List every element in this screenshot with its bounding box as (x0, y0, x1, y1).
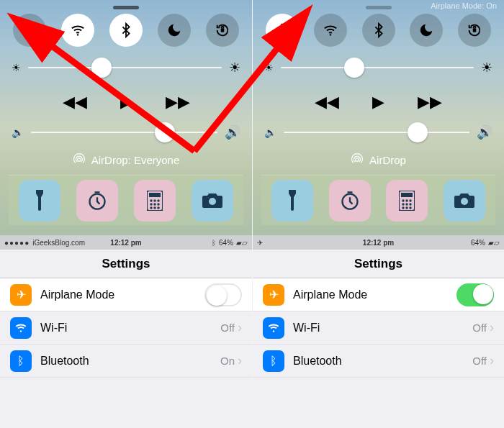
play-icon[interactable]: ▶ (372, 93, 384, 111)
airdrop-icon (73, 153, 86, 166)
svg-point-27 (406, 203, 408, 205)
airplane-status-icon: ✈ (257, 239, 263, 247)
airdrop-button[interactable]: AirDrop: Everyone (9, 153, 243, 166)
svg-point-26 (402, 203, 405, 205)
wifi-row[interactable]: Wi-Fi Off› (0, 311, 252, 345)
battery-label: 64% (219, 239, 233, 247)
airplane-toggle[interactable] (13, 14, 46, 47)
svg-rect-18 (473, 28, 477, 32)
svg-point-19 (356, 158, 359, 162)
airplane-switch[interactable] (456, 283, 494, 306)
settings-app: ●●●●● iGeeksBlog.com 12:12 pm ᛒ 64% ▰▱ S… (0, 235, 252, 428)
volume-high-icon: 🔊 (225, 124, 240, 140)
wifi-toggle[interactable] (314, 14, 347, 47)
airplane-mode-row[interactable]: ✈ Airplane Mode (0, 278, 252, 311)
wifi-toggle[interactable] (61, 14, 94, 47)
airdrop-label: AirDrop: Everyone (91, 154, 180, 166)
bluetooth-toggle[interactable] (109, 14, 143, 47)
camera-icon (202, 193, 223, 209)
media-controls: ◀◀ ▶ ▶▶ (9, 93, 243, 111)
dnd-toggle[interactable] (158, 14, 191, 47)
svg-point-25 (410, 199, 412, 201)
camera-tile[interactable] (192, 180, 233, 222)
calculator-tile[interactable] (386, 180, 428, 222)
timer-tile[interactable] (329, 180, 371, 222)
row-label: Bluetooth (293, 355, 342, 368)
row-value: Off (472, 322, 487, 334)
volume-slider[interactable]: 🔈 🔊 (9, 124, 243, 140)
brightness-slider[interactable]: ☀︎ ☀︎ (9, 60, 243, 76)
quick-launch-row (9, 175, 243, 225)
toggle-row (9, 14, 243, 47)
airplane-mode-row[interactable]: ✈ Airplane Mode (253, 278, 504, 311)
wifi-icon (263, 317, 284, 339)
bluetooth-row[interactable]: ᛒ Bluetooth Off› (253, 345, 504, 378)
airdrop-button[interactable]: AirDrop (261, 153, 495, 166)
dnd-toggle[interactable] (410, 14, 443, 47)
svg-point-17 (330, 34, 331, 35)
flashlight-tile[interactable] (19, 180, 60, 222)
flashlight-icon (31, 190, 48, 211)
airplane-banner: Airplane Mode: On (431, 1, 497, 10)
calculator-icon (399, 191, 415, 211)
row-label: Airplane Mode (293, 288, 367, 301)
battery-icon: ▰▱ (488, 239, 500, 247)
row-value: Off (220, 322, 235, 334)
calculator-tile[interactable] (134, 180, 176, 222)
svg-point-12 (150, 206, 152, 209)
chevron-right-icon: › (238, 353, 242, 368)
play-icon[interactable]: ▶ (120, 93, 132, 111)
row-label: Wi-Fi (293, 322, 320, 334)
chevron-right-icon: › (238, 320, 242, 335)
svg-rect-5 (149, 193, 161, 197)
svg-point-9 (150, 203, 152, 205)
carrier-label: iGeeksBlog.com (32, 239, 85, 247)
moon-icon (166, 22, 182, 38)
chevron-right-icon: › (490, 320, 494, 335)
svg-point-23 (402, 199, 405, 201)
bluetooth-toggle[interactable] (362, 14, 395, 47)
svg-point-32 (461, 198, 468, 205)
row-value: On (220, 355, 235, 367)
panel-right: Airplane Mode: On ☀︎ ☀︎ ◀◀ ▶ (252, 0, 504, 428)
settings-title: Settings (253, 250, 504, 278)
volume-low-icon: 🔈 (12, 127, 24, 138)
svg-point-33 (273, 330, 274, 332)
status-bar: ●●●●● iGeeksBlog.com 12:12 pm ᛒ 64% ▰▱ (0, 235, 252, 250)
volume-slider[interactable]: 🔈 🔊 (261, 124, 495, 140)
rewind-icon[interactable]: ◀◀ (315, 93, 339, 111)
airplane-icon: ✈ (10, 284, 32, 306)
svg-point-0 (77, 34, 78, 35)
bluetooth-icon: ᛒ (263, 350, 284, 372)
camera-tile[interactable] (444, 180, 485, 222)
airplane-switch[interactable] (204, 283, 242, 306)
rotation-lock-toggle[interactable] (206, 14, 239, 47)
flashlight-tile[interactable] (271, 180, 313, 222)
rewind-icon[interactable]: ◀◀ (63, 93, 87, 111)
airdrop-label: AirDrop (369, 154, 406, 166)
brightness-low-icon: ☀︎ (264, 62, 274, 73)
bluetooth-row[interactable]: ᛒ Bluetooth On› (0, 345, 252, 378)
timer-icon (340, 191, 360, 211)
battery-icon: ▰▱ (236, 239, 248, 247)
status-bar: ✈ 12:12 pm 64% ▰▱ (253, 235, 504, 250)
svg-point-24 (406, 199, 408, 201)
forward-icon[interactable]: ▶▶ (418, 93, 442, 111)
wifi-row[interactable]: Wi-Fi Off› (253, 311, 504, 345)
svg-rect-1 (221, 28, 225, 32)
svg-point-2 (77, 158, 81, 162)
battery-label: 64% (471, 239, 485, 247)
svg-rect-22 (401, 193, 413, 197)
timer-tile[interactable] (76, 180, 118, 222)
brightness-high-icon: ☀︎ (229, 60, 240, 76)
timer-icon (87, 191, 107, 211)
rotation-lock-toggle[interactable] (458, 14, 491, 47)
airplane-toggle[interactable] (266, 14, 299, 47)
brightness-slider[interactable]: ☀︎ ☀︎ (261, 60, 495, 76)
svg-point-30 (406, 206, 408, 209)
airplane-icon: ✈ (263, 284, 284, 306)
grabber-icon[interactable] (366, 6, 392, 9)
forward-icon[interactable]: ▶▶ (166, 93, 190, 111)
control-center: ☀︎ ☀︎ ◀◀ ▶ ▶▶ 🔈 🔊 AirDrop: Everyone (0, 0, 252, 235)
grabber-icon[interactable] (113, 6, 139, 9)
